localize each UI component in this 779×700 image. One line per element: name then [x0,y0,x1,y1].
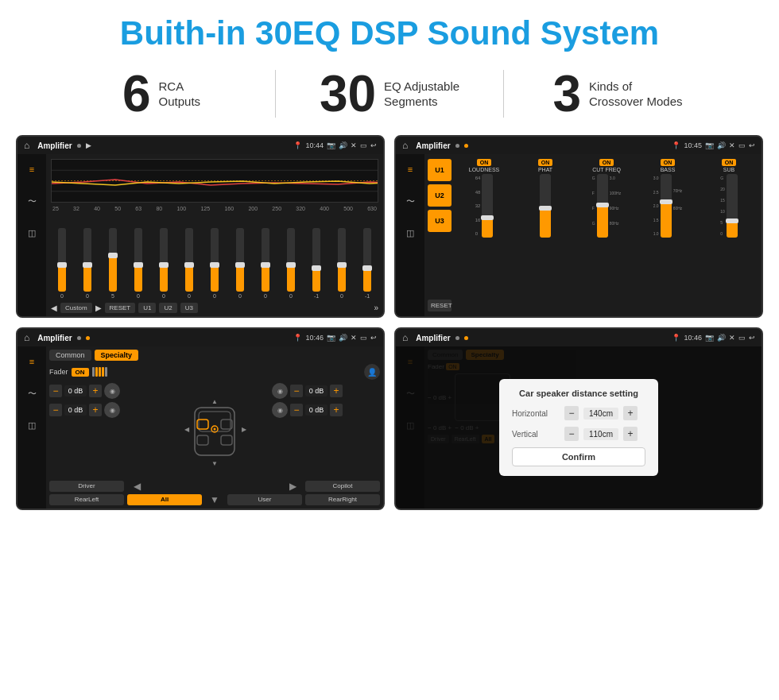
user-btn[interactable]: User [227,494,302,505]
bass-on-badge[interactable]: ON [661,159,676,166]
cutfreq-on-badge[interactable]: ON [599,159,614,166]
eq-status-right: 📍 10:44 📷 🔊 ✕ ▭ ↩ [293,141,377,149]
channel-loudness: ON LOUDNESS 644832160 [455,159,514,311]
crossover-dot1 [455,144,459,148]
eq-u2-btn[interactable]: U2 [159,303,176,313]
eq-slider-5: 0 [178,228,200,299]
dialog-home-icon[interactable]: ⌂ [402,332,408,343]
level-fl-minus[interactable]: − [49,385,62,397]
speaker-back-icon[interactable]: ↩ [370,334,377,342]
dialog-vol-icon: 🔊 [717,334,726,342]
eq-back-icon[interactable]: ↩ [370,141,377,149]
level-rr-val: 0 dB [305,404,327,416]
cutfreq-label: CUT FREQ [592,167,621,172]
dialog-back-icon[interactable]: ↩ [749,334,755,342]
eq-more-btn[interactable]: » [374,304,378,312]
dialog-rect-icon: ▭ [738,334,746,342]
speaker-rect-icon: ▭ [360,334,367,342]
sub-slider[interactable] [727,174,738,238]
screen-speaker: ⌂ Amplifier 📍 10:46 📷 🔊 ✕ ▭ ↩ ≡ 〜 ◫ [16,327,385,510]
level-rl-minus[interactable]: − [49,404,62,416]
fader-on-badge[interactable]: ON [72,368,89,377]
car-diagram: ▲ ▼ ◀ ▶ [161,383,269,479]
eq-next[interactable]: ▶ [95,304,102,312]
eq-prev[interactable]: ◀ [51,304,57,312]
svg-point-10 [214,427,216,430]
crossover-u3-btn[interactable]: U3 [428,210,452,232]
eq-u3-btn[interactable]: U3 [180,303,198,313]
crossover-x-icon: ✕ [729,141,735,149]
fader-profile-icon[interactable]: 👤 [364,364,380,380]
car-svg: ▲ ▼ ◀ ▶ [183,396,246,467]
crossover-icon-speaker[interactable]: ◫ [401,224,419,242]
eq-reset-btn[interactable]: RESET [105,303,136,313]
svg-text:▶: ▶ [242,426,246,433]
dialog-status-right: 📍 10:46 📷 🔊 ✕ ▭ ↩ [672,334,755,342]
bass-label: BASS [661,167,676,172]
speaker-fr-icon: ◉ [272,383,288,399]
driver-btn[interactable]: Driver [49,481,124,492]
fader-bar-1 [92,367,95,377]
eq-pin-icon: 📍 [293,141,302,149]
eq-home-icon[interactable]: ⌂ [24,140,29,151]
phat-slider[interactable] [540,174,551,238]
dialog-time: 10:46 [684,334,702,342]
speaker-icon-eq[interactable]: ≡ [23,353,41,370]
cutfreq-slider[interactable] [597,174,608,238]
screen-dialog: ⌂ Amplifier 📍 10:46 📷 🔊 ✕ ▭ ↩ ≡ 〜 ◫ [394,327,763,510]
crossover-time: 10:45 [684,141,702,149]
level-rl-plus[interactable]: + [89,404,102,416]
phat-on-badge[interactable]: ON [538,159,553,166]
bass-slider[interactable] [661,174,672,238]
crossover-reset-btn[interactable]: RESET [428,300,452,311]
crossover-cam-icon: 📷 [705,141,714,149]
speaker-home-icon[interactable]: ⌂ [24,332,29,343]
channel-bass: ON BASS 3.02.52.01.51.0 [638,159,697,311]
level-row-rl: − 0 dB + ◉ [49,402,157,418]
crossover-back-icon[interactable]: ↩ [749,141,755,149]
speaker-icon-speaker[interactable]: ◫ [23,416,41,434]
eq-icon-wave[interactable]: 〜 [23,192,41,210]
horizontal-minus-btn[interactable]: − [564,406,579,420]
rearleft-btn[interactable]: RearLeft [49,494,124,505]
loudness-slider[interactable] [482,174,493,238]
dialog-dot2 [464,336,468,340]
eq-custom-btn[interactable]: Custom [60,303,92,313]
eq-icon-speaker[interactable]: ◫ [23,224,41,242]
speaker-tab-common[interactable]: Common [49,350,91,361]
speaker-content: ≡ 〜 ◫ Common Specialty Fader ON [17,346,383,509]
eq-icon-eq[interactable]: ≡ [23,160,41,178]
confirm-button[interactable]: Confirm [512,447,645,466]
eq-time: 10:44 [305,141,324,149]
level-rr-plus[interactable]: + [330,404,343,416]
crossover-channels-area: ON LOUDNESS 644832160 [455,159,758,311]
vertical-plus-btn[interactable]: + [623,427,638,441]
speaker-tabs: Common Specialty [49,350,380,361]
level-fl-plus[interactable]: + [89,385,102,397]
all-btn[interactable]: All [127,494,202,505]
level-fr-minus[interactable]: − [290,385,303,397]
crossover-icon-eq[interactable]: ≡ [401,160,419,178]
sub-on-badge[interactable]: ON [722,159,737,166]
vertical-minus-btn[interactable]: − [564,427,579,441]
crossover-u2-btn[interactable]: U2 [428,184,452,207]
level-fr-plus[interactable]: + [330,385,343,397]
eq-graph [51,159,378,203]
left-arrow-icon: ◀ [127,481,146,492]
crossover-icon-wave[interactable]: 〜 [401,192,419,210]
eq-u1-btn[interactable]: U1 [138,303,156,313]
vertical-label: Vertical [512,430,560,439]
copilot-btn[interactable]: Copilot [305,481,380,492]
horizontal-label: Horizontal [512,409,560,418]
crossover-u1-btn[interactable]: U1 [428,159,452,181]
level-rr-minus[interactable]: − [290,404,303,416]
speaker-tab-specialty[interactable]: Specialty [95,350,139,361]
speaker-icon-wave[interactable]: 〜 [23,385,41,402]
loudness-on-badge[interactable]: ON [477,159,492,166]
page-title: Buith-in 30EQ DSP Sound System [0,14,779,52]
crossover-main: U1 U2 U3 RESET ON LOUDNESS [424,154,762,316]
stat-rca-number: 6 [122,68,151,119]
crossover-home-icon[interactable]: ⌂ [402,140,408,151]
rearright-btn[interactable]: RearRight [305,494,380,505]
horizontal-plus-btn[interactable]: + [623,406,638,420]
